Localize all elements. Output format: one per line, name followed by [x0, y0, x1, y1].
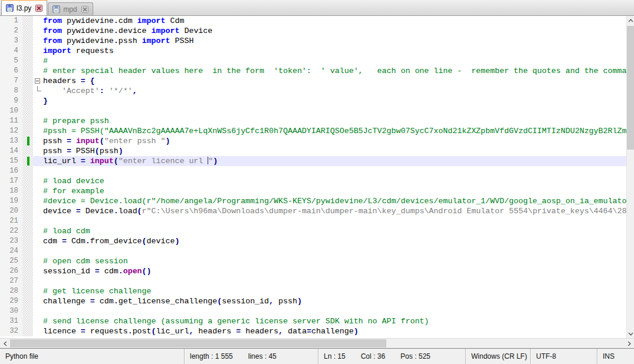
change-marker-margin[interactable] [22, 296, 33, 306]
fold-margin[interactable] [33, 116, 43, 126]
code-text[interactable]: # for example [43, 186, 626, 196]
status-encoding[interactable]: UTF-8 [531, 349, 597, 364]
code-line[interactable]: 23cdm = Cdm.from_device(device) [0, 236, 626, 246]
code-text[interactable] [43, 166, 626, 176]
code-line[interactable]: 11# prepare pssh [0, 116, 626, 126]
change-marker-margin[interactable] [22, 116, 33, 126]
code-text[interactable]: } [43, 96, 626, 106]
code-text[interactable]: # load cdm [43, 226, 626, 236]
fold-margin[interactable] [33, 106, 43, 116]
fold-margin[interactable] [33, 96, 43, 106]
code-line[interactable]: 1from pywidevine.cdm import Cdm [0, 16, 626, 26]
status-insert-mode[interactable]: INS [597, 349, 634, 364]
scroll-right-icon[interactable] [624, 339, 634, 348]
fold-margin[interactable] [33, 86, 43, 96]
vertical-scrollbar[interactable] [626, 16, 634, 338]
horizontal-scroll-thumb[interactable] [10, 339, 386, 348]
fold-margin[interactable] [33, 326, 43, 336]
tab-mpd[interactable]: mpd [48, 2, 93, 15]
fold-margin[interactable] [33, 126, 43, 136]
code-area[interactable]: 1from pywidevine.cdm import Cdm2from pyw… [0, 16, 626, 338]
change-marker-margin[interactable] [22, 96, 33, 106]
code-line[interactable]: 25# open cdm session [0, 256, 626, 266]
code-text[interactable]: from pywidevine.pssh import PSSH [43, 36, 626, 46]
code-line[interactable]: 30 [0, 306, 626, 316]
fold-margin[interactable] [33, 206, 43, 216]
code-line[interactable]: 9} [0, 96, 626, 106]
code-line[interactable]: 18# for example [0, 186, 626, 196]
fold-margin[interactable] [33, 246, 43, 256]
fold-margin[interactable] [33, 226, 43, 236]
horizontal-scroll-track[interactable] [10, 339, 624, 348]
code-text[interactable]: # load device [43, 176, 626, 186]
horizontal-scrollbar[interactable] [0, 338, 634, 348]
code-text[interactable]: # prepare pssh [43, 116, 626, 126]
fold-margin[interactable] [33, 276, 43, 286]
fold-margin[interactable] [33, 236, 43, 246]
fold-margin[interactable] [33, 36, 43, 46]
code-text[interactable]: #pssh = PSSH("AAAAVnBzc2gAAAAA7e+LqXnWSs… [43, 126, 626, 136]
change-marker-margin[interactable] [22, 56, 33, 66]
fold-margin[interactable] [33, 296, 43, 306]
change-marker-margin[interactable] [22, 166, 33, 176]
change-marker-margin[interactable] [22, 46, 33, 56]
change-marker-margin[interactable] [22, 106, 33, 116]
code-line[interactable]: 10 [0, 106, 626, 116]
scroll-down-icon[interactable] [627, 329, 634, 338]
code-text[interactable]: challenge = cdm.get_license_challenge(se… [43, 296, 626, 306]
code-text[interactable]: pssh = PSSH(pssh) [43, 146, 626, 156]
code-line[interactable]: 8 'Accept': '*/*', [0, 86, 626, 96]
code-line[interactable]: 21 [0, 216, 626, 226]
code-text[interactable]: # enter special header values here in th… [43, 66, 626, 76]
close-icon[interactable] [35, 5, 42, 12]
code-line[interactable]: 26session_id = cdm.open() [0, 266, 626, 276]
fold-margin[interactable] [33, 46, 43, 56]
code-line[interactable]: 19#device = Device.load(r"/home/angela/P… [0, 196, 626, 206]
code-line[interactable]: 3from pywidevine.pssh import PSSH [0, 36, 626, 46]
scroll-left-icon[interactable] [0, 339, 10, 348]
code-text[interactable]: pssh = input("enter pssh ") [43, 136, 626, 146]
code-text[interactable] [43, 216, 626, 226]
change-marker-margin[interactable] [22, 306, 33, 316]
code-text[interactable]: # [43, 56, 626, 66]
code-text[interactable]: cdm = Cdm.from_device(device) [43, 236, 626, 246]
status-eol-format[interactable]: Windows (CR LF) [466, 349, 531, 364]
fold-margin[interactable] [33, 266, 43, 276]
code-line[interactable]: 13pssh = input("enter pssh ") [0, 136, 626, 146]
fold-margin[interactable] [33, 16, 43, 26]
code-text[interactable]: import requests [43, 46, 626, 56]
change-marker-margin[interactable] [22, 246, 33, 256]
fold-margin[interactable] [33, 56, 43, 66]
fold-margin[interactable] [33, 136, 43, 146]
change-marker-margin[interactable] [22, 196, 33, 206]
code-text[interactable]: 'Accept': '*/*', [43, 86, 626, 96]
code-text[interactable] [43, 306, 626, 316]
fold-margin[interactable] [33, 216, 43, 226]
code-line[interactable]: 32licence = requests.post(lic_url, heade… [0, 326, 626, 336]
code-text[interactable]: #device = Device.load(r"/home/angela/Pro… [43, 196, 626, 206]
change-marker-margin[interactable] [22, 216, 33, 226]
change-marker-margin[interactable] [22, 206, 33, 216]
code-line[interactable]: 27 [0, 276, 626, 286]
change-marker-margin[interactable] [22, 66, 33, 76]
fold-margin[interactable] [33, 26, 43, 36]
change-marker-margin[interactable] [22, 36, 33, 46]
code-text[interactable] [43, 246, 626, 256]
change-marker-margin[interactable] [22, 326, 33, 336]
change-marker-margin[interactable] [22, 276, 33, 286]
fold-margin[interactable] [33, 306, 43, 316]
fold-margin[interactable] [33, 66, 43, 76]
change-marker-margin[interactable] [22, 16, 33, 26]
code-line[interactable]: 7headers = { [0, 76, 626, 86]
code-line[interactable]: 4import requests [0, 46, 626, 56]
change-marker-margin[interactable] [22, 126, 33, 136]
code-line[interactable]: 16 [0, 166, 626, 176]
code-text[interactable]: from pywidevine.cdm import Cdm [43, 16, 626, 26]
code-text[interactable]: session_id = cdm.open() [43, 266, 626, 276]
tab-l3py[interactable]: l3.py [1, 0, 47, 15]
change-marker-margin[interactable] [22, 146, 33, 156]
code-line[interactable]: 22# load cdm [0, 226, 626, 236]
vertical-scroll-thumb[interactable] [627, 26, 634, 150]
code-line[interactable]: 15lic_url = input("enter licence url ") [0, 156, 626, 166]
code-text[interactable]: # open cdm session [43, 256, 626, 266]
